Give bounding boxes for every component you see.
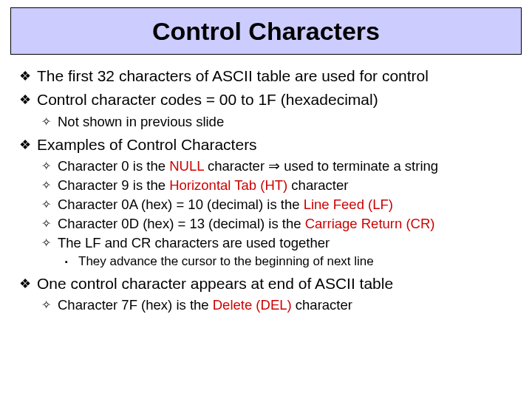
title-bar: Control Characters: [10, 7, 522, 55]
text: Character 0D (hex) = 13 (decimal) is the: [58, 216, 305, 231]
hollow-diamond-icon: ✧: [41, 234, 58, 252]
diamond-icon: ❖: [19, 274, 37, 293]
hollow-diamond-icon: ✧: [41, 177, 58, 194]
sub-bullet-item: ✧ Character 0A (hex) = 10 (decimal) is t…: [41, 196, 517, 214]
bullet-text: The first 32 characters of ASCII table a…: [37, 66, 517, 86]
text: Character 0 is the: [58, 158, 169, 174]
text: used to terminate a string: [280, 158, 438, 174]
diamond-icon: ❖: [19, 90, 37, 109]
bullet-text: Control character codes = 00 to 1F (hexa…: [37, 90, 517, 109]
highlight-text: Horizontal Tab (HT): [169, 177, 287, 193]
bullet-text: Character 0D (hex) = 13 (decimal) is the…: [58, 215, 517, 233]
bullet-text: Character 9 is the Horizontal Tab (HT) c…: [58, 177, 517, 194]
text: Character 7F (hex) is the: [58, 297, 213, 313]
diamond-icon: ❖: [19, 135, 37, 154]
text: Character 0A (hex) = 10 (decimal) is the: [58, 197, 304, 212]
bullet-text: One control character appears at end of …: [37, 274, 517, 293]
hollow-diamond-icon: ✧: [41, 296, 58, 314]
text: Character 9 is the: [58, 177, 169, 193]
bullet-item: ❖ Control character codes = 00 to 1F (he…: [19, 90, 517, 109]
slide: Control Characters ❖ The first 32 charac…: [0, 7, 532, 399]
hollow-diamond-icon: ✧: [41, 196, 58, 214]
square-icon: ▪: [65, 253, 78, 270]
highlight-text: Delete (DEL): [213, 297, 292, 313]
bullet-text: Character 0 is the NULL character ⇒ used…: [58, 157, 517, 175]
bullet-text: They advance the cursor to the beginning…: [78, 253, 517, 270]
sub-sub-bullet-item: ▪ They advance the cursor to the beginni…: [65, 253, 517, 270]
arrow-icon: ⇒: [268, 158, 280, 174]
sub-bullet-item: ✧ Character 9 is the Horizontal Tab (HT)…: [41, 177, 517, 194]
bullet-item: ❖ The first 32 characters of ASCII table…: [19, 66, 517, 86]
slide-title: Control Characters: [11, 8, 521, 54]
hollow-diamond-icon: ✧: [41, 215, 58, 233]
bullet-text: Examples of Control Characters: [37, 135, 517, 154]
slide-body: ❖ The first 32 characters of ASCII table…: [0, 55, 532, 314]
hollow-diamond-icon: ✧: [41, 113, 58, 131]
diamond-icon: ❖: [19, 66, 37, 86]
bullet-text: Character 7F (hex) is the Delete (DEL) c…: [58, 296, 517, 314]
sub-bullet-item: ✧ Character 0D (hex) = 13 (decimal) is t…: [41, 215, 517, 233]
bullet-item: ❖ Examples of Control Characters: [19, 135, 517, 154]
sub-bullet-item: ✧ The LF and CR characters are used toge…: [41, 234, 517, 252]
highlight-text: Line Feed (LF): [304, 197, 393, 212]
bullet-text: Not shown in previous slide: [58, 113, 517, 131]
text: character: [204, 158, 268, 174]
sub-bullet-item: ✧ Character 0 is the NULL character ⇒ us…: [41, 157, 517, 175]
bullet-text: The LF and CR characters are used togeth…: [58, 234, 517, 252]
highlight-text: NULL: [169, 158, 204, 174]
bullet-text: Character 0A (hex) = 10 (decimal) is the…: [58, 196, 517, 214]
highlight-text: Carriage Return (CR): [305, 216, 435, 231]
sub-bullet-item: ✧ Not shown in previous slide: [41, 113, 517, 131]
bullet-item: ❖ One control character appears at end o…: [19, 274, 517, 293]
hollow-diamond-icon: ✧: [41, 157, 58, 175]
sub-bullet-item: ✧ Character 7F (hex) is the Delete (DEL)…: [41, 296, 517, 314]
text: character: [292, 297, 352, 313]
text: character: [287, 177, 348, 193]
